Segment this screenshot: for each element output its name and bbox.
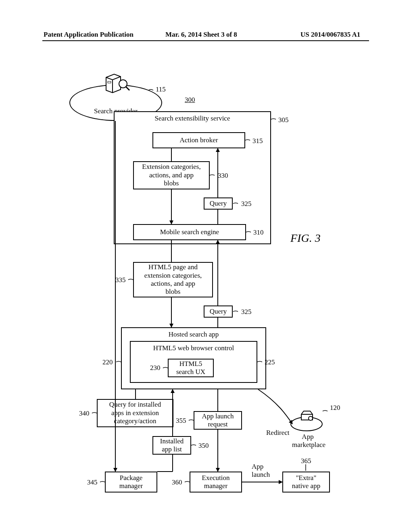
num-335: 335 <box>115 276 126 284</box>
redirect-label: Redirect <box>266 429 290 437</box>
num-230: 230 <box>150 364 161 372</box>
package-mgr-text: Package manager <box>119 474 143 490</box>
mobile-search-text: Mobile search engine <box>160 228 219 236</box>
app-launch-req-box: App launch request <box>194 411 242 430</box>
query-upper-text: Query <box>210 200 227 208</box>
ext-service-title: Search extensibility service <box>115 114 270 123</box>
browser-ctrl-title: HTML5 web browser control <box>131 344 257 352</box>
app-launch-label: App launch <box>252 463 270 479</box>
num-325a: 325 <box>241 200 252 208</box>
query-installed-text: Query for installed apps in extension ca… <box>109 401 161 425</box>
extra-native-box: "Extra" native app <box>282 472 330 493</box>
extra-native-text: "Extra" native app <box>292 474 320 490</box>
hosted-title: Hosted search app <box>122 330 265 339</box>
num-355: 355 <box>176 417 186 425</box>
action-broker-text: Action broker <box>180 136 218 144</box>
exec-mgr-text: Execution manager <box>202 474 230 490</box>
svg-point-3 <box>309 416 313 420</box>
num-300: 300 <box>185 96 195 104</box>
html5-page-text: HTML5 page and extension categories, act… <box>144 263 202 296</box>
header-rule <box>42 40 369 41</box>
ext-cats-box: Extension categories, actions, and app b… <box>133 161 210 189</box>
num-360: 360 <box>172 478 182 486</box>
num-120: 120 <box>330 404 340 412</box>
query-lower-box: Query <box>204 305 233 318</box>
query-lower-text: Query <box>210 308 227 316</box>
package-mgr-box: Package manager <box>105 472 157 493</box>
header-center: Mar. 6, 2014 Sheet 3 of 8 <box>165 31 237 39</box>
app-launch-req-text: App launch request <box>202 412 234 429</box>
installed-list-box: Installed app list <box>152 436 191 455</box>
exec-mgr-box: Execution manager <box>190 472 242 493</box>
num-220: 220 <box>102 358 113 366</box>
search-ux-text: HTML5 search UX <box>176 360 205 376</box>
num-340: 340 <box>79 409 90 418</box>
search-ux-box: HTML5 search UX <box>168 359 214 377</box>
app-marketplace-text: App marketplace <box>292 433 323 449</box>
num-345: 345 <box>87 478 98 486</box>
num-310: 310 <box>253 229 264 237</box>
app-marketplace-icon <box>300 409 314 422</box>
num-225: 225 <box>265 358 275 366</box>
svg-line-2 <box>126 87 129 90</box>
action-broker-box: Action broker <box>152 132 245 148</box>
header-left: Patent Application Publication <box>44 31 133 39</box>
installed-list-text: Installed app list <box>160 437 184 454</box>
page: Patent Application Publication Mar. 6, 2… <box>0 0 413 532</box>
query-upper-box: Query <box>204 197 233 210</box>
mobile-search-box: Mobile search engine <box>133 224 246 240</box>
num-315: 315 <box>252 137 263 145</box>
num-305: 305 <box>278 116 289 124</box>
header-right: US 2014/0067835 A1 <box>300 31 360 39</box>
query-installed-box: Query for installed apps in extension ca… <box>97 399 173 427</box>
figure-label: FIG. 3 <box>290 232 321 245</box>
num-115: 115 <box>156 85 166 94</box>
num-325b: 325 <box>241 308 252 316</box>
ext-cats-text: Extension categories, actions, and app b… <box>142 163 200 187</box>
html5-page-box: HTML5 page and extension categories, act… <box>133 262 213 297</box>
num-365: 365 <box>301 457 311 465</box>
num-350: 350 <box>198 442 209 450</box>
num-330: 330 <box>218 172 228 180</box>
server-icon <box>103 72 131 96</box>
